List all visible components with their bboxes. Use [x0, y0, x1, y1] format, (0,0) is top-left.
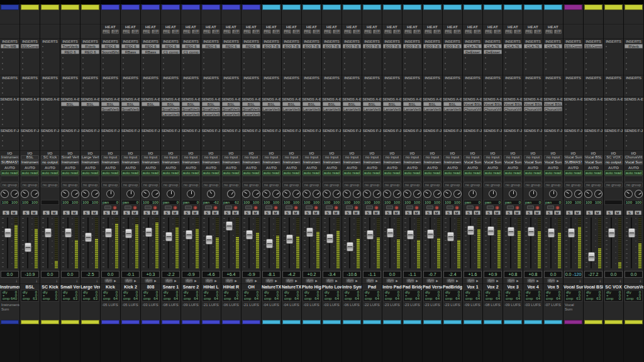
insert-plugin-empty-slot[interactable] — [564, 61, 582, 67]
mute-button[interactable]: M — [313, 211, 319, 215]
insert-plugin-empty-slot[interactable] — [303, 90, 321, 96]
fader-handle[interactable] — [25, 243, 31, 252]
send-empty-slot[interactable] — [484, 133, 502, 138]
insert-plugin-empty-slot[interactable] — [604, 80, 623, 85]
send-empty-slot[interactable] — [21, 102, 39, 107]
insert-plugin-empty-slot[interactable] — [242, 85, 260, 90]
insert-plugin-empty-slot[interactable] — [41, 55, 59, 61]
send-empty-slot[interactable] — [524, 122, 542, 127]
track-comment[interactable]: -23 LUFS — [443, 302, 462, 320]
track-color-bar[interactable] — [504, 4, 522, 10]
insert-plugin-empty-slot[interactable] — [423, 55, 441, 61]
pan-display[interactable]: 100100 — [423, 200, 441, 205]
insert-plugin-empty-slot[interactable] — [162, 61, 180, 67]
insert-plugin-empty-slot[interactable] — [625, 80, 643, 85]
send-empty-slot[interactable] — [443, 138, 462, 143]
output-window-icon[interactable]: ▸ — [496, 278, 499, 283]
auto-mode-button[interactable]: auto read — [464, 170, 482, 175]
insert-plugin-empty-slot[interactable] — [443, 61, 462, 67]
insert-plugin-empty-slot[interactable] — [544, 80, 562, 85]
solo-button[interactable]: S — [63, 211, 70, 215]
output-window-icon[interactable]: ↓ — [76, 278, 79, 283]
insert-plugin-empty-slot[interactable] — [162, 67, 180, 72]
heat-byp-button[interactable]: BYP — [172, 30, 179, 34]
pan-value-right[interactable]: 100 — [394, 200, 400, 204]
pan-value[interactable]: 0 — [116, 200, 118, 204]
send-empty-slot[interactable] — [41, 138, 59, 143]
insert-plugin-empty-slot[interactable] — [484, 55, 502, 61]
fader-track[interactable] — [40, 215, 60, 270]
send-empty-slot[interactable] — [81, 133, 99, 138]
mute-button[interactable]: M — [131, 211, 138, 215]
insert-plugin-button[interactable]: EQ3 7-B — [323, 44, 341, 48]
pan-knob-left[interactable] — [401, 188, 413, 199]
volume-display[interactable]: +0.2 — [303, 271, 321, 278]
insert-plugin-empty-slot[interactable] — [363, 90, 381, 96]
send-button[interactable]: Vocal BSL — [484, 102, 502, 106]
track-color-bar[interactable] — [21, 4, 39, 10]
pan-value-right[interactable]: 100 — [253, 200, 259, 204]
track-name[interactable]: Vox 1 — [463, 283, 482, 290]
dyn-button[interactable]: dyn — [527, 278, 535, 283]
fader-handle[interactable] — [266, 239, 273, 248]
insert-plugin-button[interactable]: SSLComp — [584, 44, 602, 48]
send-empty-slot[interactable] — [343, 112, 361, 117]
insert-plugin-empty-slot[interactable] — [222, 80, 240, 85]
fader-track[interactable] — [181, 215, 201, 270]
volume-display[interactable]: -1.1 — [363, 271, 381, 278]
insert-plugin-empty-slot[interactable] — [182, 80, 200, 85]
send-empty-slot[interactable] — [21, 107, 39, 112]
output-selector[interactable]: no output — [604, 160, 623, 165]
insert-plugin-empty-slot[interactable] — [21, 55, 39, 61]
send-empty-slot[interactable] — [242, 138, 260, 143]
insert-plugin-button[interactable]: SoundShd — [101, 50, 119, 54]
insert-plugin-empty-slot[interactable] — [383, 90, 401, 96]
input-selector[interactable]: no input — [524, 155, 542, 160]
heat-pre-button[interactable]: PRE — [264, 30, 271, 34]
group-selector[interactable]: no group — [564, 182, 582, 187]
pan-knob[interactable] — [529, 190, 537, 198]
output-window-icon[interactable]: ▸ — [255, 278, 257, 283]
send-empty-slot[interactable] — [21, 138, 39, 143]
track-color-bar[interactable] — [584, 4, 602, 10]
dyn-button[interactable]: dyn — [265, 278, 274, 283]
track-comment[interactable]: -09 LUFS — [503, 302, 523, 320]
volume-display[interactable]: -3.4 — [323, 271, 341, 278]
send-empty-slot[interactable] — [504, 122, 522, 127]
send-empty-slot[interactable] — [443, 117, 462, 122]
pan-value-right[interactable]: 100 — [92, 200, 98, 204]
fader-handle[interactable] — [508, 227, 514, 236]
send-empty-slot[interactable] — [625, 112, 643, 117]
pan-knob[interactable] — [469, 190, 477, 198]
output-window-icon[interactable]: ▸ — [174, 278, 177, 283]
track-color-bar-bottom[interactable] — [41, 320, 59, 324]
send-empty-slot[interactable] — [484, 122, 502, 127]
send-empty-slot[interactable] — [604, 143, 623, 148]
send-empty-slot[interactable] — [584, 138, 602, 143]
track-comment[interactable] — [20, 302, 40, 320]
insert-plugin-empty-slot[interactable] — [363, 50, 381, 55]
input-selector[interactable]: Instrumenta — [1, 155, 19, 160]
track-name[interactable]: Kick — [101, 283, 120, 290]
output-selector[interactable]: Instrumenta — [242, 160, 260, 165]
fader-handle[interactable] — [628, 228, 635, 238]
insert-plugin-empty-slot[interactable] — [282, 55, 301, 61]
send-empty-slot[interactable] — [162, 133, 180, 138]
mute-button[interactable]: M — [534, 211, 541, 215]
insert-plugin-button[interactable]: RBass — [142, 50, 160, 54]
pan-value-right[interactable]: 100 — [293, 200, 299, 204]
send-empty-slot[interactable] — [303, 133, 321, 138]
auto-mode-button[interactable]: auto read — [625, 170, 643, 175]
dyn-button[interactable]: dyn — [366, 278, 374, 283]
track-comment[interactable]: -05 LUFS — [101, 302, 120, 320]
pan-display[interactable]: 100100 — [584, 200, 602, 205]
send-button[interactable]: SmallVerb — [182, 107, 200, 111]
fader-track[interactable] — [221, 215, 241, 270]
send-empty-slot[interactable] — [584, 112, 602, 117]
insert-plugin-empty-slot[interactable] — [625, 67, 643, 72]
insert-plugin-empty-slot[interactable] — [584, 80, 602, 85]
dyn-button[interactable]: dyn — [185, 278, 193, 283]
fader-handle[interactable] — [487, 226, 494, 236]
solo-button[interactable]: S — [3, 211, 9, 215]
fader-track[interactable] — [483, 215, 502, 270]
